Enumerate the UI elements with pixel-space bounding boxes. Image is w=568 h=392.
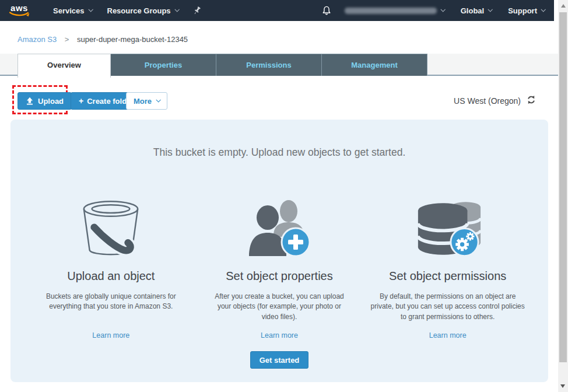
account-name-redacted [345,8,437,14]
card-title: Set object permissions [389,270,506,283]
scrollbar-up-arrow[interactable] [561,4,566,8]
breadcrumb-separator: > [65,35,69,44]
empty-bucket-message: This bucket is empty. Upload new objects… [10,146,548,159]
tab-permissions[interactable]: Permissions [216,54,322,76]
empty-bucket-panel: This bucket is empty. Upload new objects… [10,120,548,382]
card-description: By default, the permissions on an object… [370,292,526,323]
card-description: After you create a bucket, you can uploa… [209,292,350,323]
chevron-down-icon [88,7,93,12]
action-toolbar: Upload + Create folder More US West (Ore… [0,76,558,120]
upload-icon [26,97,34,105]
tab-management[interactable]: Management [322,54,427,76]
refresh-icon [527,95,536,104]
refresh-button[interactable] [527,95,536,106]
learn-more-link[interactable]: Learn more [92,331,129,340]
chevron-down-icon [174,7,179,12]
breadcrumb-amazon-s3-link[interactable]: Amazon S3 [17,35,57,44]
tab-overview[interactable]: Overview [17,54,111,78]
chevron-down-icon [440,7,445,12]
support-label: Support [508,6,537,15]
top-navigation-bar: aws Services Resource Groups [0,0,554,21]
tab-label: Overview [47,61,81,69]
chevron-down-icon [488,7,493,12]
services-label: Services [53,6,85,15]
pin-icon[interactable] [192,6,202,15]
database-gear-icon [413,189,483,258]
resource-groups-menu[interactable]: Resource Groups [107,6,178,15]
tab-bar: Overview Properties Permissions Manageme… [0,54,558,76]
tab-label: Permissions [246,61,291,69]
breadcrumb-bucket-name: super-duper-mega-bucket-12345 [77,35,188,44]
global-region-menu[interactable]: Global [461,6,492,15]
services-menu[interactable]: Services [53,6,92,15]
vertical-scrollbar[interactable] [558,0,568,392]
upload-label: Upload [38,97,64,106]
global-label: Global [461,6,484,15]
scrollbar-thumb[interactable] [559,12,567,362]
learn-more-link[interactable]: Learn more [429,331,467,340]
aws-logo[interactable]: aws [9,4,30,17]
more-button[interactable]: More [126,92,167,110]
account-menu[interactable] [345,8,444,14]
chevron-down-icon [156,97,161,102]
more-label: More [134,97,152,106]
learn-more-link[interactable]: Learn more [261,331,298,340]
getting-started-cards: Upload an object Buckets are globally un… [10,189,548,340]
bucket-icon [76,189,145,258]
tab-label: Management [351,61,397,69]
bell-icon[interactable] [321,5,332,16]
card-set-permissions: Set object permissions By default, the p… [363,189,532,340]
scrollbar-down-arrow[interactable] [560,384,565,388]
region-label: US West (Oregon) [402,96,521,106]
resource-groups-label: Resource Groups [107,6,171,15]
get-started-button[interactable]: Get started [250,351,309,369]
card-description: Buckets are globally unique containers f… [36,292,185,323]
breadcrumb: Amazon S3 > super-duper-mega-bucket-1234… [0,21,558,54]
support-menu[interactable]: Support [508,6,545,15]
card-set-properties: Set object properties After you create a… [195,189,364,340]
card-title: Set object properties [226,270,332,283]
aws-smile-icon [9,12,30,17]
tab-properties[interactable]: Properties [111,54,216,76]
add-user-icon [247,189,312,258]
chevron-down-icon [541,7,545,12]
plus-icon: + [79,96,83,106]
aws-logo-text: aws [10,4,28,12]
upload-button[interactable]: Upload [17,92,72,110]
card-upload-object: Upload an object Buckets are globally un… [27,189,195,340]
card-title: Upload an object [67,270,155,283]
tab-label: Properties [145,61,182,69]
